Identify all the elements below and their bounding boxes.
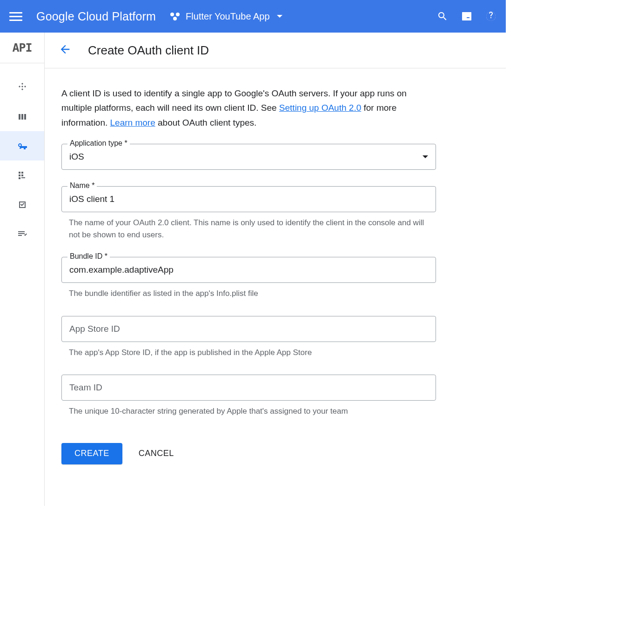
project-selector[interactable]: Flutter YouTube App (170, 11, 282, 22)
key-icon (17, 141, 28, 152)
sidebar-item-dashboard[interactable] (0, 73, 44, 102)
link-learn-more[interactable]: Learn more (110, 118, 155, 127)
content-area: Create OAuth client ID A client ID is us… (45, 33, 506, 506)
library-icon (17, 111, 28, 122)
input-app-store-id[interactable] (61, 316, 436, 342)
sidebar-item-library[interactable] (0, 102, 44, 131)
select-app-type-value: iOS (69, 152, 84, 162)
svg-point-2 (173, 17, 177, 20)
chevron-down-icon (277, 15, 282, 18)
sidebar-item-domain-verify[interactable] (0, 190, 44, 219)
page-title: Create OAuth client ID (88, 43, 209, 58)
label-bundle-id: Bundle ID * (67, 252, 110, 261)
create-button[interactable]: CREATE (61, 443, 122, 464)
input-name[interactable] (61, 186, 436, 212)
consent-icon (17, 170, 28, 181)
header-bar: Google Cloud Platform Flutter YouTube Ap… (0, 0, 506, 33)
svg-point-0 (170, 13, 174, 16)
field-application-type: Application type * iOS (61, 144, 436, 170)
content-header: Create OAuth client ID (45, 33, 506, 68)
label-app-type: Application type * (67, 139, 130, 148)
input-bundle-id[interactable] (61, 257, 436, 283)
label-name: Name * (67, 181, 97, 190)
api-section-label: API (12, 41, 32, 54)
button-row: CREATE CANCEL (61, 443, 489, 464)
project-name: Flutter YouTube App (186, 11, 270, 22)
caret-down-icon (423, 155, 428, 158)
verify-icon (17, 199, 28, 210)
settings-list-icon (17, 228, 28, 240)
arrow-left-icon (59, 43, 72, 56)
input-team-id[interactable] (61, 375, 436, 401)
platform-logo[interactable]: Google Cloud Platform (36, 10, 156, 23)
dashboard-icon (17, 82, 28, 93)
help-icon[interactable] (485, 11, 496, 22)
help-app-store-id: The app's App Store ID, if the app is pu… (61, 347, 436, 359)
hamburger-menu-button[interactable] (9, 10, 22, 23)
field-app-store-id: The app's App Store ID, if the app is pu… (61, 316, 436, 359)
sidebar-item-oauth-consent[interactable] (0, 161, 44, 190)
field-bundle-id: Bundle ID * The bundle identifier as lis… (61, 257, 436, 300)
select-app-type[interactable]: iOS (61, 144, 436, 170)
help-bundle-id: The bundle identifier as listed in the a… (61, 288, 436, 300)
cancel-button[interactable]: CANCEL (139, 449, 174, 458)
help-team-id: The unique 10-character string generated… (61, 405, 436, 417)
page-description: A client ID is used to identify a single… (61, 86, 436, 130)
sidebar-item-page-usage[interactable] (0, 219, 44, 248)
field-name: Name * The name of your OAuth 2.0 client… (61, 186, 436, 241)
search-icon[interactable] (437, 11, 448, 22)
back-button[interactable] (59, 43, 72, 58)
link-setting-up-oauth[interactable]: Setting up OAuth 2.0 (279, 103, 361, 113)
cloud-shell-icon[interactable] (461, 11, 472, 22)
logo-text: Google Cloud Platform (36, 10, 156, 23)
svg-point-1 (176, 13, 180, 16)
field-team-id: The unique 10-character string generated… (61, 375, 436, 417)
sidebar-item-credentials[interactable] (0, 131, 44, 161)
help-name: The name of your OAuth 2.0 client. This … (61, 217, 436, 241)
project-dots-icon (170, 12, 180, 20)
sidebar: API (0, 33, 45, 506)
